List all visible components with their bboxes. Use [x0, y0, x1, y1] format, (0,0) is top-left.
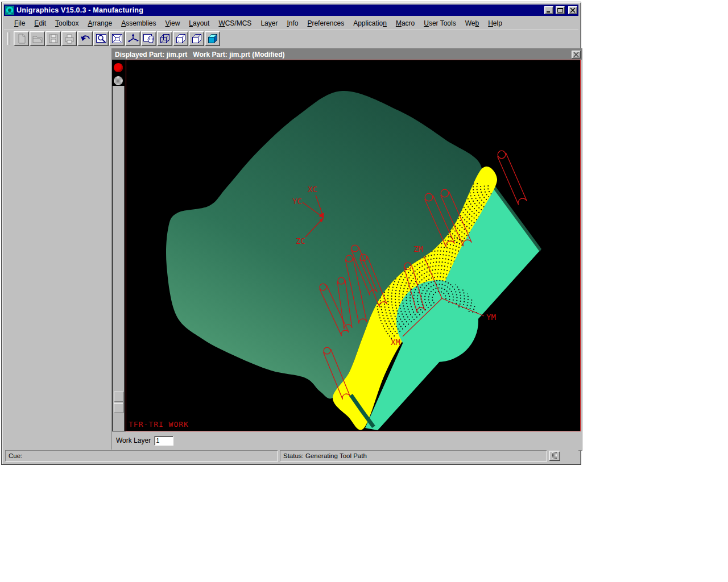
cue-text: Cue: — [9, 452, 22, 459]
pan-view-button[interactable] — [141, 31, 156, 46]
axis-label-xc: XC — [308, 185, 317, 194]
axis-label-yc: YC — [292, 197, 302, 206]
print-button[interactable] — [61, 31, 77, 46]
wireframe-view-button[interactable] — [157, 31, 172, 46]
maximize-button[interactable] — [556, 6, 565, 14]
close-icon — [569, 7, 576, 13]
menu-edit[interactable]: Edit — [30, 18, 51, 28]
cue-panel: Cue: — [5, 450, 278, 462]
surface-spring-green-hump — [396, 280, 478, 362]
shaded-view-button[interactable] — [205, 31, 220, 46]
toolbar — [4, 30, 578, 47]
axis-label-ym: YM — [486, 313, 496, 322]
minimize-button[interactable] — [544, 6, 553, 14]
status-panel: Status: Generating Tool Path — [280, 450, 547, 462]
csys-icon — [126, 32, 140, 45]
desktop: Unigraphics V15.0.3 - Manufacturing File… — [0, 0, 728, 582]
new-icon — [15, 32, 28, 45]
interrupt-strip — [112, 60, 126, 431]
menu-info[interactable]: Info — [282, 18, 303, 28]
toolbar-grip[interactable] — [7, 32, 10, 45]
minimize-icon — [545, 7, 552, 13]
menu-user-tools[interactable]: User Tools — [419, 18, 460, 28]
menu-toolbox[interactable]: Toolbox — [51, 18, 83, 28]
pan-view-icon — [142, 32, 156, 45]
face-view-button[interactable] — [189, 31, 204, 46]
graphics-window: Displayed Part: jim.prt Work Part: jim.p… — [111, 48, 582, 451]
panel-splitter[interactable] — [113, 86, 125, 431]
graphics-window-body: XCYCZCZMXMYM TFR-TRI WORK — [112, 60, 581, 431]
viewport[interactable]: XCYCZCZMXMYM TFR-TRI WORK — [126, 60, 581, 431]
save-icon — [47, 32, 60, 45]
save-button[interactable] — [46, 31, 61, 46]
window-title: Unigraphics V15.0.3 - Manufacturing — [16, 6, 542, 14]
graphics-window-titlebar[interactable]: Displayed Part: jim.prt Work Part: jim.p… — [112, 49, 582, 60]
stop-interrupt-button[interactable] — [114, 63, 123, 72]
menu-layer[interactable]: Layer — [256, 18, 282, 28]
face-view-icon — [190, 32, 204, 45]
maximize-icon — [557, 7, 564, 13]
zoom-view-icon — [94, 32, 108, 45]
titlebar[interactable]: Unigraphics V15.0.3 - Manufacturing — [4, 5, 578, 16]
axis-label-zm: ZM — [413, 244, 423, 253]
close-button[interactable] — [568, 6, 577, 14]
interrupt-indicator-icon — [114, 76, 123, 85]
fit-view-icon — [110, 32, 124, 45]
axis-label-xm: XM — [391, 338, 400, 347]
open-icon — [31, 32, 44, 45]
work-layer-label: Work Layer — [116, 436, 151, 444]
statusbar: Cue: Status: Generating Tool Path — [4, 450, 578, 462]
graphics-close-icon — [573, 52, 580, 57]
menubar: FileEditToolboxArrangeAssembliesViewLayo… — [4, 17, 578, 29]
app-icon — [5, 6, 14, 15]
menu-file[interactable]: File — [10, 18, 30, 28]
status-text: Status: Generating Tool Path — [283, 452, 367, 459]
menu-preferences[interactable]: Preferences — [303, 18, 349, 28]
zoom-view-button[interactable] — [93, 31, 109, 46]
view-annotation: TFR-TRI WORK — [129, 420, 189, 429]
fit-view-button[interactable] — [109, 31, 125, 46]
wireframe-view-icon — [158, 32, 172, 45]
new-button[interactable] — [14, 31, 29, 46]
splitter-handle[interactable] — [114, 392, 123, 413]
print-icon — [63, 32, 76, 45]
graphics-window-close-button[interactable] — [572, 51, 581, 59]
undo-button[interactable] — [77, 31, 93, 46]
axis-label-zc: ZC — [296, 236, 305, 246]
app-window: Unigraphics V15.0.3 - Manufacturing File… — [1, 2, 581, 465]
status-scroll-button[interactable] — [549, 451, 560, 461]
menu-arrange[interactable]: Arrange — [83, 18, 117, 28]
menu-view[interactable]: View — [161, 18, 185, 28]
menu-help[interactable]: Help — [483, 18, 507, 28]
menu-wcs-mcs[interactable]: WCS/MCS — [214, 18, 256, 28]
work-layer-bar: Work Layer — [112, 433, 582, 448]
status-scroll-icon — [552, 452, 557, 459]
shaded-view-icon — [206, 32, 220, 45]
undo-icon — [78, 32, 92, 45]
csys-button[interactable] — [125, 31, 140, 46]
menu-web[interactable]: Web — [461, 18, 483, 28]
menu-assemblies[interactable]: Assemblies — [117, 18, 160, 28]
menu-macro[interactable]: Macro — [391, 18, 419, 28]
hidden-edge-view-icon — [174, 32, 188, 45]
menu-application[interactable]: Application — [349, 18, 391, 28]
hidden-edge-view-button[interactable] — [173, 31, 188, 46]
menu-layout[interactable]: Layout — [184, 18, 214, 28]
graphics-window-title: Displayed Part: jim.prt Work Part: jim.p… — [115, 51, 284, 59]
work-layer-input[interactable] — [154, 436, 173, 446]
open-button[interactable] — [30, 31, 45, 46]
